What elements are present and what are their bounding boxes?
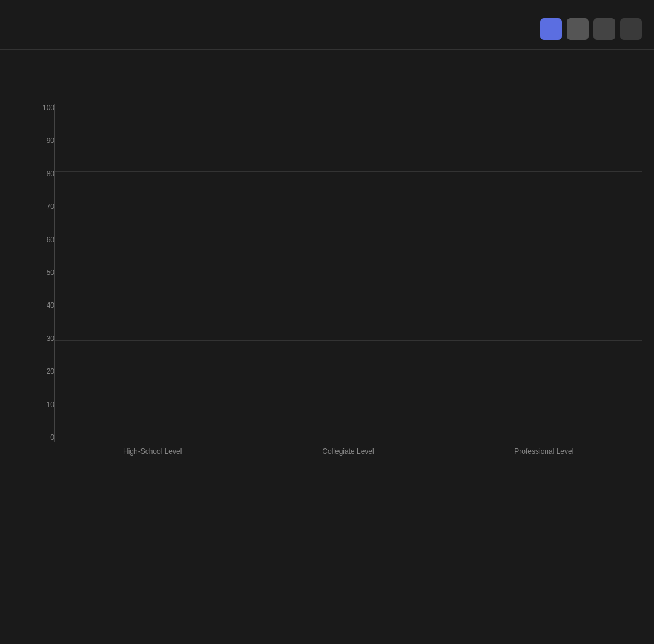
grid-line-10	[55, 408, 642, 408]
grid-line-40	[55, 307, 642, 307]
grid-line-90	[55, 138, 642, 138]
grid-line-100	[55, 104, 642, 104]
main-content: 100 90 80 70 60 50 40 30 20 10 0	[0, 50, 654, 468]
y-tick-70: 70	[47, 203, 54, 210]
y-tick-20: 20	[47, 368, 54, 375]
y-tick-90: 90	[47, 137, 54, 144]
legend-box-3[interactable]	[593, 18, 615, 40]
legend-box-4[interactable]	[620, 18, 642, 40]
legend-box-1[interactable]	[540, 18, 562, 40]
grid-line-70	[55, 205, 642, 205]
y-tick-0: 0	[50, 434, 54, 441]
y-tick-60: 60	[47, 236, 54, 244]
grid-line-60	[55, 239, 642, 239]
header	[0, 0, 654, 50]
legend-area	[535, 18, 642, 40]
grid-line-30	[55, 340, 642, 341]
chart-container: 100 90 80 70 60 50 40 30 20 10 0	[12, 104, 642, 456]
chart-inner: 100 90 80 70 60 50 40 30 20 10 0	[30, 104, 642, 456]
x-axis: High-School LevelCollegiate LevelProfess…	[30, 447, 642, 456]
y-tick-50: 50	[47, 269, 54, 276]
y-tick-100: 100	[42, 104, 54, 111]
y-axis-label-container	[12, 104, 30, 456]
y-tick-40: 40	[47, 302, 54, 309]
plot-area	[54, 104, 642, 442]
y-ticks-and-plot: 100 90 80 70 60 50 40 30 20 10 0	[30, 104, 642, 442]
y-ticks: 100 90 80 70 60 50 40 30 20 10 0	[30, 104, 54, 442]
grid-line-0	[55, 442, 642, 442]
x-tick-0: High-School Level	[54, 447, 250, 456]
legend-box-2[interactable]	[567, 18, 589, 40]
chart-section: 100 90 80 70 60 50 40 30 20 10 0	[12, 104, 642, 456]
y-tick-80: 80	[47, 170, 54, 178]
grid-line-20	[55, 374, 642, 374]
x-tick-1: Collegiate Level	[250, 447, 446, 456]
y-tick-10: 10	[47, 401, 54, 408]
x-tick-2: Professional Level	[446, 447, 642, 456]
grid-line-80	[55, 171, 642, 172]
y-tick-30: 30	[47, 335, 54, 342]
grid-line-50	[55, 273, 642, 273]
